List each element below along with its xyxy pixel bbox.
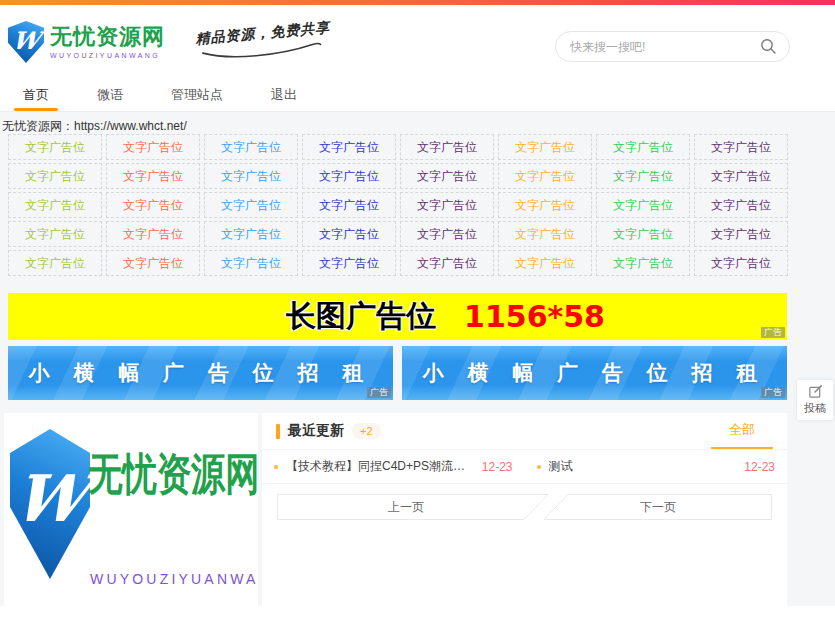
search-box (555, 31, 790, 62)
text-ad-slot[interactable]: 文字广告位 (302, 134, 396, 160)
small-banner-row: 小 横 幅 广 告 位 招 租 广告 小 横 幅 广 告 位 招 租 广告 (8, 346, 787, 400)
text-ad-slot[interactable]: 文字广告位 (106, 250, 200, 276)
recent-updates-card: 最近更新 +2 全部 【技术教程】同捏C4D+PS潮流海报案例课 12-23 测… (262, 413, 787, 606)
bullet-dot-icon (537, 465, 541, 469)
logo-monogram: W (6, 461, 94, 536)
text-ad-slot[interactable]: 文字广告位 (8, 134, 102, 160)
compose-icon (808, 384, 823, 399)
ad-tag: 广告 (367, 387, 391, 398)
prev-page-label[interactable]: 上一页 (388, 500, 424, 514)
text-ad-slot[interactable]: 文字广告位 (106, 163, 200, 189)
text-ad-slot[interactable]: 文字广告位 (8, 221, 102, 247)
text-ad-slot[interactable]: 文字广告位 (498, 134, 592, 160)
search-icon[interactable] (760, 38, 777, 55)
brand-latin-large: WUYOUZIYUANWANG (90, 571, 258, 587)
text-ad-slot[interactable]: 文字广告位 (8, 192, 102, 218)
text-ad-slot[interactable]: 文字广告位 (694, 163, 788, 189)
nav-item-manage-site[interactable]: 管理站点 (162, 79, 232, 111)
logo-shield-icon: W (8, 21, 44, 63)
text-ad-slot[interactable]: 文字广告位 (694, 250, 788, 276)
recent-updates-header: 最近更新 +2 全部 (262, 413, 787, 450)
text-ad-slot[interactable]: 文字广告位 (596, 192, 690, 218)
text-ad-slot[interactable]: 文字广告位 (400, 163, 494, 189)
text-ad-slot[interactable]: 文字广告位 (106, 192, 200, 218)
list-item[interactable]: 测试 12-23 (525, 458, 788, 475)
article-date: 12-23 (734, 460, 775, 474)
text-ad-slot[interactable]: 文字广告位 (400, 250, 494, 276)
list-item[interactable]: 【技术教程】同捏C4D+PS潮流海报案例课 12-23 (262, 458, 525, 475)
small-ad-banner-right[interactable]: 小 横 幅 广 告 位 招 租 广告 (402, 346, 787, 400)
bullet-dot-icon (274, 465, 278, 469)
nav-item-home[interactable]: 首页 (14, 79, 58, 111)
text-ad-slot[interactable]: 文字广告位 (204, 250, 298, 276)
text-ad-slot[interactable]: 文字广告位 (596, 134, 690, 160)
recent-updates-list: 【技术教程】同捏C4D+PS潮流海报案例课 12-23 测试 12-23 (262, 450, 787, 484)
recent-count-badge: +2 (352, 423, 381, 439)
pagination: 上一页 下一页 (262, 484, 787, 525)
text-ad-slot[interactable]: 文字广告位 (596, 163, 690, 189)
article-title[interactable]: 测试 (549, 458, 573, 475)
ad-tag: 广告 (761, 327, 785, 338)
text-ad-slot[interactable]: 文字广告位 (400, 134, 494, 160)
nav-item-logout[interactable]: 退出 (262, 79, 306, 111)
logo-monogram: W (9, 26, 42, 55)
brand-name: 无忧资源网 (50, 25, 165, 49)
submit-post-button[interactable]: 投稿 (797, 380, 833, 420)
brand-latin: WUYOUZIYUANWANG (50, 52, 165, 59)
nav-item-weiyu[interactable]: 微语 (88, 79, 132, 111)
next-page-label[interactable]: 下一页 (640, 500, 676, 514)
text-ad-slot[interactable]: 文字广告位 (400, 221, 494, 247)
site-url-line: 无忧资源网：https://www.whct.net/ (2, 118, 187, 135)
site-header: W 无忧资源网 WUYOUZIYUANWANG 精品资源，免费共享 (0, 5, 835, 79)
text-ad-slot[interactable]: 文字广告位 (204, 163, 298, 189)
section-accent-bar (276, 424, 280, 439)
view-all-link[interactable]: 全部 (711, 413, 773, 449)
main-nav: 首页 微语 管理站点 退出 (0, 79, 835, 112)
small-ad-banner-left[interactable]: 小 横 幅 广 告 位 招 租 广告 (8, 346, 393, 400)
text-ad-slot[interactable]: 文字广告位 (498, 250, 592, 276)
text-ad-slot[interactable]: 文字广告位 (498, 163, 592, 189)
text-ad-slot[interactable]: 文字广告位 (694, 192, 788, 218)
text-ad-slot[interactable]: 文字广告位 (302, 250, 396, 276)
article-date: 12-23 (472, 460, 513, 474)
text-ad-slot[interactable]: 文字广告位 (8, 250, 102, 276)
page: W 无忧资源网 WUYOUZIYUANWANG 精品资源，免费共享 首 (0, 0, 835, 638)
text-ad-slot[interactable]: 文字广告位 (302, 163, 396, 189)
text-ad-slot[interactable]: 文字广告位 (596, 250, 690, 276)
text-ad-slot[interactable]: 文字广告位 (400, 192, 494, 218)
text-ad-slot[interactable]: 文字广告位 (106, 134, 200, 160)
next-page-button[interactable]: 下一页 (544, 495, 772, 520)
text-ad-slot[interactable]: 文字广告位 (204, 192, 298, 218)
site-logo[interactable]: W 无忧资源网 WUYOUZIYUANWANG (8, 21, 165, 63)
long-ad-banner[interactable]: 长图广告位 1156*58 广告 (8, 293, 787, 340)
text-ad-slot[interactable]: 文字广告位 (204, 221, 298, 247)
text-ad-slot[interactable]: 文字广告位 (106, 221, 200, 247)
recent-updates-title: 最近更新 (288, 422, 344, 440)
text-ad-slot[interactable]: 文字广告位 (302, 221, 396, 247)
article-title[interactable]: 【技术教程】同捏C4D+PS潮流海报案例课 (286, 458, 472, 475)
brand-name-large: 无忧资源网 (88, 445, 258, 504)
long-banner-size: 1156*58 (464, 299, 605, 334)
logo-shield-icon-large: W (10, 429, 90, 579)
prev-page-button[interactable]: 上一页 (278, 495, 549, 520)
slogan: 精品资源，免费共享 (195, 19, 327, 62)
long-banner-title: 长图广告位 (286, 296, 436, 337)
text-ad-slot[interactable]: 文字广告位 (694, 134, 788, 160)
text-ad-slot[interactable]: 文字广告位 (694, 221, 788, 247)
text-ad-slot[interactable]: 文字广告位 (498, 221, 592, 247)
ad-grid: 文字广告位文字广告位文字广告位文字广告位文字广告位文字广告位文字广告位文字广告位… (8, 134, 788, 276)
text-ad-slot[interactable]: 文字广告位 (204, 134, 298, 160)
main-content: 无忧资源网：https://www.whct.net/ 文字广告位文字广告位文字… (0, 112, 835, 606)
text-ad-slot[interactable]: 文字广告位 (302, 192, 396, 218)
text-ad-slot[interactable]: 文字广告位 (8, 163, 102, 189)
submit-post-label: 投稿 (804, 401, 826, 416)
search-input[interactable] (568, 39, 754, 55)
ad-tag: 广告 (761, 387, 785, 398)
logo-banner-card[interactable]: W 无忧资源网 WUYOUZIYUANWANG (4, 413, 258, 606)
text-ad-slot[interactable]: 文字广告位 (498, 192, 592, 218)
text-ad-slot[interactable]: 文字广告位 (596, 221, 690, 247)
